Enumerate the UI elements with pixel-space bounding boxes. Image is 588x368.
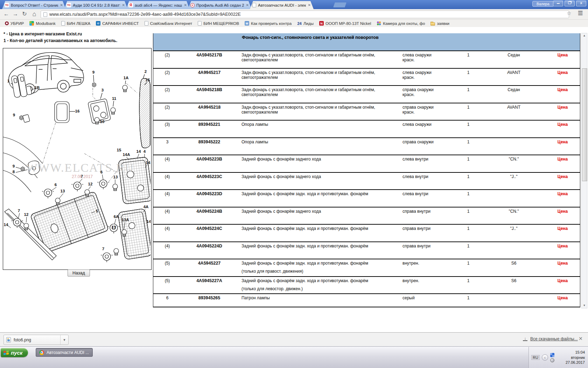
start-label: пуск bbox=[11, 350, 22, 356]
watermark-text: WWW.ELCATS.RU bbox=[26, 161, 134, 174]
price-link[interactable]: Цена bbox=[558, 122, 568, 127]
reload-icon[interactable]: ↻ bbox=[20, 10, 29, 18]
table-row: (4) 4A0945224B Задний фонарь с фонарём з… bbox=[153, 207, 580, 225]
page-favicon-icon bbox=[43, 12, 47, 17]
cell-price: Цена bbox=[545, 277, 580, 294]
close-button[interactable]: X bbox=[576, 1, 586, 6]
parts-diagram[interactable]: WWW.ELCATS.RU 27.06.2017 11B1691A2153111… bbox=[3, 48, 152, 270]
tab-close-icon[interactable]: ✕ bbox=[308, 3, 311, 7]
address-bar[interactable]: www.elcats.ru/audi/Parts.aspx?Mdl=eaa722… bbox=[41, 11, 569, 18]
cell-price: Цена bbox=[545, 242, 580, 259]
browser-titlebar: TO Вопрос? Ответ! - Страница ✕ TO Ауди 1… bbox=[0, 0, 588, 9]
bookmark-item[interactable]: i2 САРАФАН ИНВЕСТ bbox=[93, 21, 141, 26]
show-all-downloads-link[interactable]: Все скачанные файлы... bbox=[530, 336, 578, 341]
window-controls: X bbox=[553, 1, 586, 6]
bookmark-item[interactable]: M Как проверить контра bbox=[242, 21, 294, 26]
browser-tab[interactable]: TO Вопрос? Ответ! - Страница ✕ bbox=[2, 1, 66, 9]
tray-icon-network[interactable] bbox=[550, 353, 554, 357]
diagram-part-label: 10 bbox=[100, 120, 105, 124]
diagram-part-label: 1A bbox=[124, 76, 129, 80]
cell-part-number: 4A5945227A bbox=[181, 277, 237, 294]
bookmark-item[interactable]: заявки bbox=[428, 21, 452, 26]
page-scrollbar[interactable]: ▲ ▼ bbox=[581, 33, 587, 308]
table-row: (4) 4A0945223B Задний фонарь с фонарём з… bbox=[153, 155, 580, 173]
home-icon[interactable]: ⌂ bbox=[30, 10, 38, 18]
cell-model: Седан bbox=[482, 86, 545, 103]
bookmark-item[interactable]: Камера для охоты, фо bbox=[374, 21, 428, 26]
price-link[interactable]: Цена bbox=[558, 174, 568, 179]
price-link[interactable]: Цена bbox=[558, 295, 568, 300]
browser-tab[interactable]: e Профиль Audi A6 седан 2.2 ✕ bbox=[188, 1, 252, 9]
tab-close-icon[interactable]: ✕ bbox=[60, 3, 63, 7]
download-arrow-icon: ↓ bbox=[523, 336, 527, 341]
bookmark-item[interactable]: N ОООП МР-80-13Т Nickel bbox=[316, 21, 374, 26]
price-link[interactable]: Цена bbox=[558, 53, 568, 57]
cell-model: "J.." bbox=[482, 225, 545, 241]
bookmark-label: Лиды bbox=[303, 21, 314, 26]
restore-button[interactable] bbox=[565, 1, 575, 6]
minimize-button[interactable] bbox=[553, 1, 563, 6]
scroll-down-icon[interactable]: ▼ bbox=[582, 303, 587, 308]
cell-quantity: 1 bbox=[454, 225, 482, 241]
language-indicator[interactable]: RU bbox=[531, 355, 540, 360]
taskbar-task-chrome[interactable]: Автозапчасти AUDI ... bbox=[36, 348, 93, 357]
diagram-part-label: 7 bbox=[102, 247, 104, 251]
cell-position: слева снаружи bbox=[398, 121, 454, 137]
price-link[interactable]: Цена bbox=[558, 261, 568, 266]
chrome-menu-icon[interactable]: ☰ bbox=[578, 10, 583, 16]
scrollbar-thumb[interactable] bbox=[582, 68, 587, 181]
cell-model bbox=[482, 138, 545, 155]
hide-tray-icons-button[interactable]: ‹ bbox=[542, 354, 548, 361]
download-bar-close-icon[interactable]: ✕ bbox=[579, 336, 583, 341]
price-link[interactable]: Цена bbox=[558, 70, 568, 75]
price-link[interactable]: Цена bbox=[558, 278, 568, 283]
cell-quantity: 1 bbox=[454, 51, 482, 68]
bookmark-item[interactable]: 24 Лиды bbox=[294, 21, 316, 26]
price-link[interactable]: Цена bbox=[558, 87, 568, 92]
tab-favicon-icon: TO bbox=[5, 3, 9, 7]
bookmark-star-icon[interactable]: ☆ bbox=[567, 10, 571, 16]
tab-close-icon[interactable]: ✕ bbox=[122, 3, 125, 7]
forward-nav-icon[interactable]: → bbox=[11, 10, 20, 18]
cell-price: Цена bbox=[545, 190, 580, 207]
bookmark-item[interactable]: Modulbank bbox=[27, 21, 58, 26]
profile-button[interactable]: Валера bbox=[532, 1, 554, 7]
bookmark-item[interactable]: УБРИР bbox=[2, 21, 27, 26]
back-button[interactable]: Назад bbox=[68, 270, 90, 277]
price-link[interactable]: Цена bbox=[558, 244, 568, 248]
back-nav-icon[interactable]: ← bbox=[2, 10, 10, 18]
price-link[interactable]: Цена bbox=[558, 139, 568, 144]
cell-position: справа внутри bbox=[398, 207, 454, 224]
price-link[interactable]: Цена bbox=[558, 105, 568, 110]
tab-close-icon[interactable]: ✕ bbox=[246, 3, 249, 7]
scroll-up-icon[interactable]: ▲ bbox=[582, 33, 587, 38]
price-link[interactable]: Цена bbox=[558, 209, 568, 214]
cell-quantity: 1 bbox=[454, 277, 482, 294]
bookmark-item[interactable]: БИН МЕЩЕРЯКОВ bbox=[195, 21, 242, 26]
bookmark-item[interactable]: БИН ЛЕШКА bbox=[58, 21, 93, 26]
tray-icon-update[interactable] bbox=[550, 358, 554, 362]
price-link[interactable]: Цена bbox=[558, 157, 568, 162]
cell-description: Задн.фонарь с указат.поворота, стоп-сигн… bbox=[237, 69, 398, 86]
start-button[interactable]: пуск bbox=[1, 348, 28, 357]
clock-time: 15:04 bbox=[575, 350, 585, 354]
nut-9 bbox=[92, 83, 96, 87]
cell-description: Патрон лампы bbox=[237, 294, 398, 307]
bookmark-favicon-icon bbox=[61, 21, 65, 26]
download-caret-icon[interactable]: ▼ bbox=[60, 335, 68, 345]
cell-ref: (4) bbox=[153, 155, 181, 172]
tab-close-icon[interactable]: ✕ bbox=[184, 3, 187, 7]
price-link[interactable]: Цена bbox=[558, 226, 568, 231]
browser-tab[interactable]: Я audi a6c4 — Яндекс: нашло ✕ bbox=[126, 1, 190, 9]
diagram-part-label: 4A bbox=[144, 205, 149, 209]
new-tab-button[interactable] bbox=[333, 2, 346, 7]
clip-part bbox=[23, 114, 30, 122]
bookmark-item[interactable]: СовКомБанк Интернет bbox=[142, 21, 195, 26]
table-row: (2) 4A9945217 Задн.фонарь с указат.повор… bbox=[153, 69, 580, 86]
price-link[interactable]: Цена bbox=[558, 191, 568, 196]
cell-ref: 3 bbox=[153, 138, 181, 155]
browser-tab[interactable]: TO Ауди 100 С4 91г 2.8 Кватт ✕ bbox=[64, 1, 128, 9]
bookmark-label: БИН МЕЩЕРЯКОВ bbox=[203, 21, 239, 26]
downloaded-file-button[interactable]: foto6.png ▼ bbox=[4, 335, 69, 345]
browser-tab[interactable]: Автозапчасти AUDI - элект ✕ bbox=[250, 1, 314, 9]
